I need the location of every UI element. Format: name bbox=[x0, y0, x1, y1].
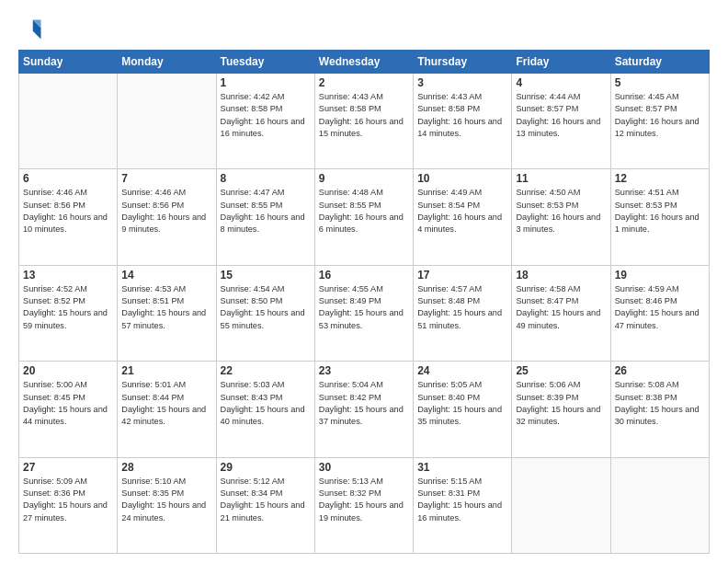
calendar-cell: 7Sunrise: 4:46 AM Sunset: 8:56 PM Daylig… bbox=[118, 169, 216, 265]
calendar-day-header: Friday bbox=[512, 51, 610, 74]
cell-info: Sunrise: 5:01 AM Sunset: 8:44 PM Dayligh… bbox=[121, 379, 211, 428]
cell-info: Sunrise: 4:47 AM Sunset: 8:55 PM Dayligh… bbox=[221, 187, 311, 236]
calendar-cell: 20Sunrise: 5:00 AM Sunset: 8:45 PM Dayli… bbox=[19, 362, 118, 457]
calendar-cell: 3Sunrise: 4:43 AM Sunset: 8:58 PM Daylig… bbox=[414, 74, 512, 169]
cell-info: Sunrise: 5:13 AM Sunset: 8:32 PM Dayligh… bbox=[319, 476, 409, 524]
calendar-cell: 13Sunrise: 4:52 AM Sunset: 8:52 PM Dayli… bbox=[19, 265, 118, 361]
day-number: 11 bbox=[516, 172, 606, 185]
cell-info: Sunrise: 4:43 AM Sunset: 8:58 PM Dayligh… bbox=[319, 91, 409, 140]
cell-info: Sunrise: 4:53 AM Sunset: 8:51 PM Dayligh… bbox=[121, 283, 211, 332]
calendar-cell: 23Sunrise: 5:04 AM Sunset: 8:42 PM Dayli… bbox=[314, 362, 413, 457]
calendar-cell: 14Sunrise: 4:53 AM Sunset: 8:51 PM Dayli… bbox=[118, 265, 216, 361]
day-number: 2 bbox=[319, 76, 409, 89]
cell-info: Sunrise: 4:58 AM Sunset: 8:47 PM Dayligh… bbox=[516, 283, 606, 332]
cell-info: Sunrise: 4:49 AM Sunset: 8:54 PM Dayligh… bbox=[417, 187, 507, 236]
calendar-day-header: Monday bbox=[118, 51, 216, 74]
day-number: 1 bbox=[221, 76, 311, 89]
calendar-cell: 30Sunrise: 5:13 AM Sunset: 8:32 PM Dayli… bbox=[314, 457, 413, 553]
cell-info: Sunrise: 5:08 AM Sunset: 8:38 PM Dayligh… bbox=[615, 379, 705, 428]
cell-info: Sunrise: 5:10 AM Sunset: 8:35 PM Dayligh… bbox=[121, 476, 211, 524]
calendar-cell: 22Sunrise: 5:03 AM Sunset: 8:43 PM Dayli… bbox=[216, 362, 314, 457]
calendar-cell: 8Sunrise: 4:47 AM Sunset: 8:55 PM Daylig… bbox=[216, 169, 314, 265]
page: SundayMondayTuesdayWednesdayThursdayFrid… bbox=[0, 0, 728, 563]
calendar-cell: 6Sunrise: 4:46 AM Sunset: 8:56 PM Daylig… bbox=[19, 169, 118, 265]
calendar-cell bbox=[512, 457, 610, 553]
calendar-cell: 15Sunrise: 4:54 AM Sunset: 8:50 PM Dayli… bbox=[216, 265, 314, 361]
cell-info: Sunrise: 5:12 AM Sunset: 8:34 PM Dayligh… bbox=[221, 476, 311, 524]
day-number: 28 bbox=[121, 461, 211, 474]
day-number: 4 bbox=[516, 76, 606, 89]
day-number: 29 bbox=[221, 461, 311, 474]
calendar-day-header: Sunday bbox=[19, 51, 118, 74]
calendar-cell: 1Sunrise: 4:42 AM Sunset: 8:58 PM Daylig… bbox=[216, 74, 314, 169]
day-number: 15 bbox=[221, 269, 311, 282]
calendar-cell: 16Sunrise: 4:55 AM Sunset: 8:49 PM Dayli… bbox=[314, 265, 413, 361]
calendar-cell: 11Sunrise: 4:50 AM Sunset: 8:53 PM Dayli… bbox=[512, 169, 610, 265]
day-number: 25 bbox=[516, 364, 606, 377]
calendar-cell: 28Sunrise: 5:10 AM Sunset: 8:35 PM Dayli… bbox=[118, 457, 216, 553]
cell-info: Sunrise: 5:00 AM Sunset: 8:45 PM Dayligh… bbox=[23, 379, 113, 428]
logo bbox=[18, 17, 48, 42]
day-number: 23 bbox=[319, 364, 409, 377]
calendar-cell bbox=[118, 74, 216, 169]
calendar-cell: 5Sunrise: 4:45 AM Sunset: 8:57 PM Daylig… bbox=[610, 74, 709, 169]
calendar-cell: 21Sunrise: 5:01 AM Sunset: 8:44 PM Dayli… bbox=[118, 362, 216, 457]
calendar-cell: 19Sunrise: 4:59 AM Sunset: 8:46 PM Dayli… bbox=[610, 265, 709, 361]
day-number: 17 bbox=[417, 269, 507, 282]
calendar-cell: 17Sunrise: 4:57 AM Sunset: 8:48 PM Dayli… bbox=[414, 265, 512, 361]
calendar-cell: 27Sunrise: 5:09 AM Sunset: 8:36 PM Dayli… bbox=[19, 457, 118, 553]
calendar-day-header: Tuesday bbox=[216, 51, 314, 74]
day-number: 27 bbox=[23, 461, 113, 474]
calendar-week-row: 13Sunrise: 4:52 AM Sunset: 8:52 PM Dayli… bbox=[19, 265, 710, 361]
cell-info: Sunrise: 5:15 AM Sunset: 8:31 PM Dayligh… bbox=[417, 476, 507, 524]
calendar-day-header: Thursday bbox=[414, 51, 512, 74]
cell-info: Sunrise: 4:48 AM Sunset: 8:55 PM Dayligh… bbox=[319, 187, 409, 236]
day-number: 10 bbox=[417, 172, 507, 185]
cell-info: Sunrise: 5:06 AM Sunset: 8:39 PM Dayligh… bbox=[516, 379, 606, 428]
day-number: 16 bbox=[319, 269, 409, 282]
day-number: 22 bbox=[221, 364, 311, 377]
day-number: 30 bbox=[319, 461, 409, 474]
cell-info: Sunrise: 4:57 AM Sunset: 8:48 PM Dayligh… bbox=[417, 283, 507, 332]
calendar-cell: 18Sunrise: 4:58 AM Sunset: 8:47 PM Dayli… bbox=[512, 265, 610, 361]
general-blue-logo-icon bbox=[18, 17, 44, 42]
calendar-week-row: 6Sunrise: 4:46 AM Sunset: 8:56 PM Daylig… bbox=[19, 169, 710, 265]
cell-info: Sunrise: 4:46 AM Sunset: 8:56 PM Dayligh… bbox=[121, 187, 211, 236]
day-number: 21 bbox=[121, 364, 211, 377]
calendar-week-row: 1Sunrise: 4:42 AM Sunset: 8:58 PM Daylig… bbox=[19, 74, 710, 169]
calendar-day-header: Saturday bbox=[610, 51, 709, 74]
cell-info: Sunrise: 5:03 AM Sunset: 8:43 PM Dayligh… bbox=[221, 379, 311, 428]
day-number: 3 bbox=[417, 76, 507, 89]
day-number: 14 bbox=[121, 269, 211, 282]
calendar-week-row: 27Sunrise: 5:09 AM Sunset: 8:36 PM Dayli… bbox=[19, 457, 710, 553]
cell-info: Sunrise: 4:59 AM Sunset: 8:46 PM Dayligh… bbox=[615, 283, 705, 332]
calendar-cell bbox=[610, 457, 709, 553]
cell-info: Sunrise: 4:51 AM Sunset: 8:53 PM Dayligh… bbox=[615, 187, 705, 236]
day-number: 6 bbox=[23, 172, 113, 185]
day-number: 13 bbox=[23, 269, 113, 282]
calendar-cell: 26Sunrise: 5:08 AM Sunset: 8:38 PM Dayli… bbox=[610, 362, 709, 457]
day-number: 9 bbox=[319, 172, 409, 185]
day-number: 5 bbox=[615, 76, 705, 89]
day-number: 8 bbox=[221, 172, 311, 185]
calendar-cell: 2Sunrise: 4:43 AM Sunset: 8:58 PM Daylig… bbox=[314, 74, 413, 169]
cell-info: Sunrise: 4:54 AM Sunset: 8:50 PM Dayligh… bbox=[221, 283, 311, 332]
cell-info: Sunrise: 5:05 AM Sunset: 8:40 PM Dayligh… bbox=[417, 379, 507, 428]
calendar-table: SundayMondayTuesdayWednesdayThursdayFrid… bbox=[18, 50, 710, 554]
cell-info: Sunrise: 4:55 AM Sunset: 8:49 PM Dayligh… bbox=[319, 283, 409, 332]
cell-info: Sunrise: 4:52 AM Sunset: 8:52 PM Dayligh… bbox=[23, 283, 113, 332]
calendar-day-header: Wednesday bbox=[314, 51, 413, 74]
cell-info: Sunrise: 4:46 AM Sunset: 8:56 PM Dayligh… bbox=[23, 187, 113, 236]
calendar-cell: 4Sunrise: 4:44 AM Sunset: 8:57 PM Daylig… bbox=[512, 74, 610, 169]
day-number: 18 bbox=[516, 269, 606, 282]
cell-info: Sunrise: 4:44 AM Sunset: 8:57 PM Dayligh… bbox=[516, 91, 606, 140]
day-number: 7 bbox=[121, 172, 211, 185]
calendar-cell: 12Sunrise: 4:51 AM Sunset: 8:53 PM Dayli… bbox=[610, 169, 709, 265]
day-number: 19 bbox=[615, 269, 705, 282]
calendar-cell: 24Sunrise: 5:05 AM Sunset: 8:40 PM Dayli… bbox=[414, 362, 512, 457]
cell-info: Sunrise: 4:43 AM Sunset: 8:58 PM Dayligh… bbox=[417, 91, 507, 140]
cell-info: Sunrise: 4:42 AM Sunset: 8:58 PM Dayligh… bbox=[221, 91, 311, 140]
header bbox=[18, 17, 710, 42]
day-number: 12 bbox=[615, 172, 705, 185]
cell-info: Sunrise: 5:09 AM Sunset: 8:36 PM Dayligh… bbox=[23, 476, 113, 524]
